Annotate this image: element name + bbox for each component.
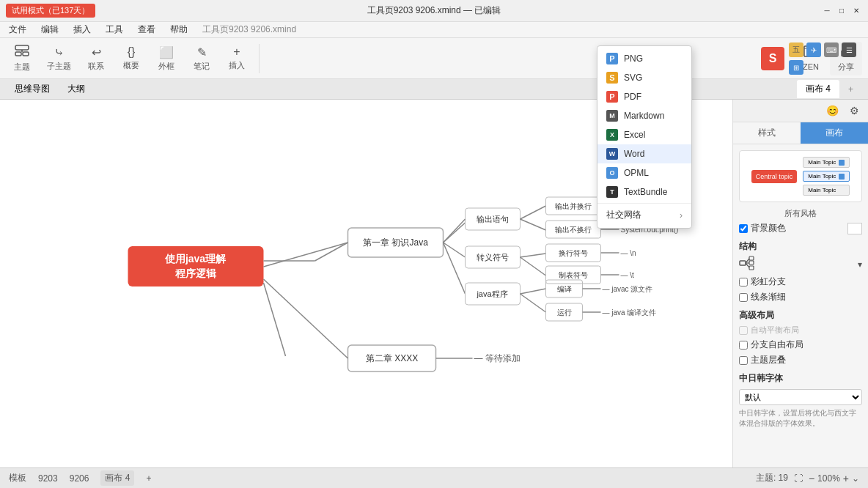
svg-line-59 bbox=[264, 279, 348, 358]
svg-rect-2 bbox=[15, 52, 21, 56]
toolbar-link[interactable]: ↩ 联系 bbox=[80, 42, 112, 75]
menu-view[interactable]: 查看 bbox=[135, 22, 158, 37]
svg-text:java程序: java程序 bbox=[476, 289, 507, 298]
svg-rect-64 bbox=[749, 256, 754, 260]
menu-insert[interactable]: 插入 bbox=[70, 22, 94, 37]
export-textbundle[interactable]: T TextBundle bbox=[597, 182, 691, 202]
boundary-icon: ⬜ bbox=[159, 45, 174, 59]
export-social[interactable]: 社交网络 › bbox=[597, 205, 691, 225]
svg-text:— 等待添加: — 等待添加 bbox=[474, 353, 521, 363]
page1-label[interactable]: 9203 bbox=[38, 473, 58, 484]
toolbar-note[interactable]: ✎ 笔记 bbox=[185, 42, 218, 75]
page2-label[interactable]: 9206 bbox=[70, 473, 89, 484]
svg-line-57 bbox=[264, 243, 348, 267]
social-label: 社交网络 bbox=[606, 209, 641, 221]
zoom-in-button[interactable]: + bbox=[843, 473, 849, 484]
tab-style[interactable]: 样式 bbox=[733, 122, 801, 144]
export-png[interactable]: P PNG bbox=[597, 49, 691, 68]
export-svg[interactable]: S SVG bbox=[597, 68, 691, 87]
menu-tools[interactable]: 工具 bbox=[103, 22, 126, 37]
window-title: 工具页9203 9206.xmind — 已编辑 bbox=[367, 4, 501, 17]
svg-text:第一章 初识Java: 第一章 初识Java bbox=[363, 237, 428, 248]
canvas-label[interactable]: 画布 4 bbox=[100, 470, 134, 486]
add-tab-button[interactable]: + bbox=[146, 473, 151, 484]
close-button[interactable]: ✕ bbox=[850, 5, 862, 17]
toolbar-boundary[interactable]: ⬜ 外框 bbox=[150, 42, 183, 75]
toolbar-overview[interactable]: {} 概要 bbox=[115, 42, 147, 74]
bg-color-picker[interactable] bbox=[847, 223, 862, 234]
rainbow-branch-row: 彩虹分支 bbox=[739, 276, 862, 288]
excel-icon: X bbox=[606, 129, 618, 141]
svg-rect-65 bbox=[749, 261, 754, 265]
preview-branch-2: Main Topic bbox=[803, 171, 850, 182]
menu-help[interactable]: 帮助 bbox=[167, 22, 191, 37]
export-dropdown: P PNG S SVG P PDF M Markdown X Excel W W… bbox=[597, 45, 692, 229]
thin-line-checkbox[interactable] bbox=[739, 293, 748, 302]
maximize-button[interactable]: □ bbox=[836, 5, 847, 17]
template-label: 模板 bbox=[9, 472, 26, 484]
settings-icon[interactable]: ⚙ bbox=[846, 103, 862, 119]
overview-icon: {} bbox=[128, 45, 136, 59]
export-pdf[interactable]: P PDF bbox=[597, 87, 691, 106]
pdf-label: PDF bbox=[624, 92, 641, 102]
main-area: 使用java理解 程序逻辑 第一章 初识Java 第二章 XXXX — 等待添加 bbox=[0, 100, 868, 467]
subtopic-icon: ⤷ bbox=[54, 45, 64, 59]
export-excel[interactable]: X Excel bbox=[597, 125, 691, 144]
toolbar-boundary-label: 外框 bbox=[158, 61, 174, 72]
svg-text:换行符号: 换行符号 bbox=[559, 249, 588, 257]
export-word[interactable]: W Word bbox=[597, 144, 691, 163]
free-layout-checkbox[interactable] bbox=[739, 341, 748, 350]
markdown-label: Markdown bbox=[624, 111, 664, 121]
zoom-arrow-icon[interactable]: ⌄ bbox=[852, 473, 859, 484]
opml-label: OPML bbox=[624, 168, 649, 178]
zoom-level: 100% bbox=[817, 473, 840, 484]
menu-edit[interactable]: 编辑 bbox=[38, 22, 62, 37]
rainbow-checkbox[interactable] bbox=[739, 278, 748, 286]
logo-icon-group: 五 ✈ ⌨ ☰ ⊞ bbox=[789, 42, 862, 75]
svg-text:运行: 运行 bbox=[557, 308, 572, 317]
topic-overlap-label: 主题层叠 bbox=[751, 354, 786, 366]
svg-line-11 bbox=[315, 243, 348, 261]
svg-text:输出并换行: 输出并换行 bbox=[555, 202, 592, 210]
svg-text:— javac 源文件: — javac 源文件 bbox=[603, 285, 653, 293]
fit-icon[interactable]: ⛶ bbox=[794, 473, 803, 484]
minimize-button[interactable]: ─ bbox=[821, 5, 833, 17]
zoom-out-button[interactable]: − bbox=[809, 473, 814, 484]
tab-outline[interactable]: 大纲 bbox=[59, 80, 94, 98]
structure-header: 结构 bbox=[739, 240, 862, 253]
menu-file[interactable]: 文件 bbox=[6, 22, 29, 37]
trial-badge: 试用模式（已137天） bbox=[6, 4, 95, 18]
svg-text:编译: 编译 bbox=[557, 285, 572, 293]
xmind-s-logo: S bbox=[761, 47, 784, 70]
svg-icon: S bbox=[606, 72, 618, 84]
toolbar-theme[interactable]: 主题 bbox=[6, 42, 38, 75]
structure-dropdown-icon[interactable]: ▾ bbox=[858, 259, 862, 270]
status-right: 主题: 19 ⛶ − 100% + ⌄ bbox=[756, 472, 859, 484]
tb-icon: T bbox=[606, 186, 618, 198]
svg-text:程序逻辑: 程序逻辑 bbox=[174, 267, 217, 279]
emoji-icon[interactable]: 😊 bbox=[824, 103, 840, 119]
toolbar-overview-label: 概要 bbox=[123, 60, 139, 71]
topic-count: 主题: 19 bbox=[756, 472, 788, 484]
export-markdown[interactable]: M Markdown bbox=[597, 106, 691, 125]
logo-icon-5: ⊞ bbox=[789, 60, 803, 75]
word-icon: W bbox=[606, 148, 618, 160]
topic-overlap-checkbox[interactable] bbox=[739, 356, 748, 365]
toolbar-subtopic[interactable]: ⤷ 子主题 bbox=[41, 42, 77, 75]
tab-canvas[interactable]: 画布 4 bbox=[797, 80, 839, 98]
font-select[interactable]: 默认 bbox=[739, 389, 862, 405]
bg-color-checkbox[interactable] bbox=[739, 224, 748, 233]
tab-canvas-right[interactable]: 画布 bbox=[801, 122, 868, 144]
all-styles-link[interactable]: 所有风格 bbox=[739, 208, 862, 219]
preview-central-node: Central topic bbox=[751, 170, 798, 183]
svg-rect-60 bbox=[740, 261, 746, 265]
tab-add[interactable]: + bbox=[839, 81, 862, 97]
bg-color-row: 背景颜色 bbox=[739, 222, 862, 234]
export-opml[interactable]: O OPML bbox=[597, 163, 691, 182]
blue-dot-icon bbox=[839, 160, 845, 166]
window-controls: ─ □ ✕ bbox=[821, 5, 862, 17]
svg-line-61 bbox=[746, 259, 749, 263]
pdf-icon: P bbox=[606, 91, 618, 103]
toolbar-insert[interactable]: + 插入 bbox=[221, 42, 253, 74]
tab-mindmap[interactable]: 思维导图 bbox=[6, 80, 59, 98]
